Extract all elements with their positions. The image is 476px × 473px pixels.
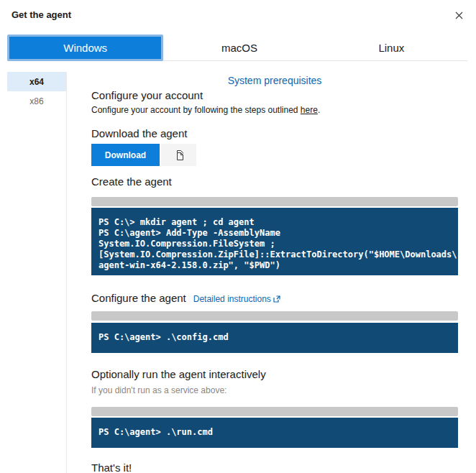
create-code-scrollbar[interactable] bbox=[91, 197, 458, 206]
dialog-title: Get the agent bbox=[12, 9, 71, 20]
configure-account-heading: Configure your account bbox=[91, 89, 203, 101]
code-line: agent-win-x64-2.158.0.zip", "$PWD") bbox=[99, 260, 451, 271]
create-code-block: PS C:\> mkdir agent ; cd agent PS C:\age… bbox=[91, 208, 458, 275]
configure-account-suffix: . bbox=[318, 105, 320, 115]
code-line: PS C:\> mkdir agent ; cd agent bbox=[99, 217, 451, 228]
done-heading: That's it! bbox=[91, 461, 132, 473]
download-agent-heading: Download the agent bbox=[91, 127, 187, 139]
architecture-sidebar: x64 x86 bbox=[7, 72, 67, 473]
get-the-agent-dialog: Get the agent Windows macOS Linux x64 x8… bbox=[0, 0, 476, 473]
configure-agent-heading: Configure the agent bbox=[91, 292, 186, 304]
system-prerequisites-link[interactable]: System prerequisites bbox=[91, 75, 458, 86]
create-agent-heading: Create the agent bbox=[91, 175, 172, 188]
code-line: PS C:\agent> .\run.cmd bbox=[99, 427, 451, 438]
run-agent-note: If you didn't run as a service above: bbox=[91, 385, 226, 395]
copy-url-button[interactable] bbox=[161, 144, 196, 166]
configure-code-block: PS C:\agent> .\config.cmd bbox=[91, 323, 458, 353]
main-content: System prerequisites Configure your acco… bbox=[91, 60, 458, 473]
run-code-block: PS C:\agent> .\run.cmd bbox=[91, 418, 458, 448]
tab-macos[interactable]: macOS bbox=[163, 35, 315, 60]
run-code-scrollbar[interactable] bbox=[91, 407, 458, 416]
tab-windows[interactable]: Windows bbox=[7, 35, 163, 61]
platform-tabs: Windows macOS Linux bbox=[7, 35, 467, 61]
sidebar-item-x64[interactable]: x64 bbox=[7, 72, 66, 91]
configure-code-scrollbar[interactable] bbox=[91, 311, 458, 321]
code-line: PS C:\agent> Add-Type -AssemblyName bbox=[99, 228, 451, 239]
code-line: System.IO.Compression.FileSystem ; bbox=[99, 239, 451, 249]
tab-linux[interactable]: Linux bbox=[316, 35, 467, 60]
close-button[interactable] bbox=[452, 8, 466, 22]
code-line: [System.IO.Compression.ZipFile]::Extract… bbox=[99, 249, 451, 260]
detailed-instructions-label: Detailed instructions bbox=[193, 294, 271, 304]
external-link-icon bbox=[273, 295, 280, 303]
close-icon bbox=[455, 12, 463, 19]
configure-account-body: Configure your account by following the … bbox=[91, 105, 320, 115]
download-button[interactable]: Download bbox=[91, 144, 160, 166]
here-link[interactable]: here bbox=[301, 105, 318, 115]
sidebar-item-x86[interactable]: x86 bbox=[7, 91, 66, 111]
detailed-instructions-link[interactable]: Detailed instructions bbox=[193, 294, 280, 304]
download-button-row: Download bbox=[91, 144, 196, 166]
configure-agent-heading-row: Configure the agent Detailed instruction… bbox=[91, 292, 280, 304]
code-line: PS C:\agent> .\config.cmd bbox=[99, 332, 451, 343]
run-agent-heading: Optionally run the agent interactively bbox=[91, 368, 266, 380]
configure-account-text: Configure your account by following the … bbox=[91, 105, 301, 115]
copy-icon bbox=[173, 150, 185, 161]
